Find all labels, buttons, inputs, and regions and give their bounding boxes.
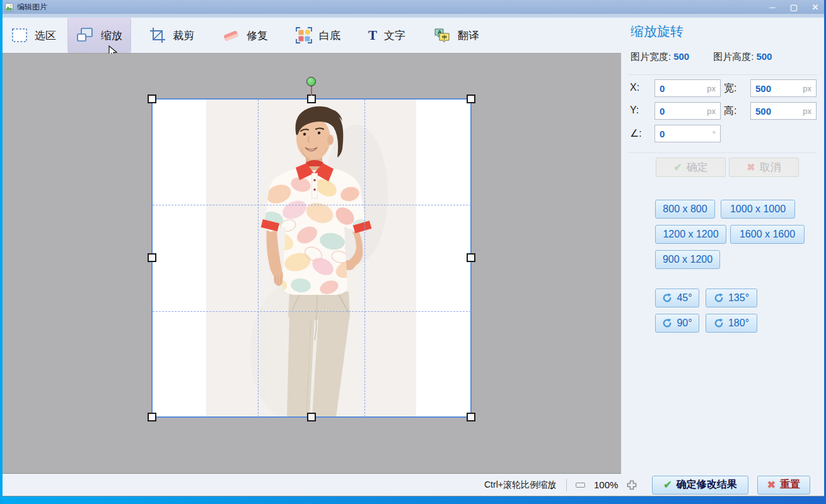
white-background-icon: [296, 27, 312, 43]
tool-select-label: 选区: [35, 28, 56, 43]
minimize-icon[interactable]: ─: [762, 0, 783, 14]
x-label: X:: [630, 82, 639, 93]
resize-handle-bottom-left[interactable]: [148, 413, 156, 421]
tool-repair-button[interactable]: 修复: [208, 18, 282, 53]
preset-1000x1000-button[interactable]: 1000 x 1000: [721, 200, 795, 219]
window-title: 编辑图片: [17, 2, 47, 13]
resize-handle-top-right[interactable]: [467, 94, 475, 103]
scale-icon: [76, 27, 94, 43]
zoom-level: 100%: [594, 479, 618, 490]
rotate-icon: [714, 318, 724, 328]
rotate-45-button[interactable]: 45°: [655, 289, 699, 307]
cross-icon: ✖: [747, 161, 755, 173]
tool-translate-button[interactable]: A 中 翻译: [419, 18, 493, 53]
zoom-hint-text: Ctrl+滚轮比例缩放: [484, 479, 556, 491]
grid-line-vertical: [258, 100, 259, 417]
rotate-icon: [662, 318, 672, 328]
panel-title: 缩放旋转: [631, 23, 683, 40]
toolbar-divider: [131, 19, 131, 52]
titlebar: 编辑图片 ─ ▢ ✕: [0, 0, 826, 14]
tool-crop-label: 裁剪: [173, 28, 194, 43]
separator: [627, 152, 817, 153]
photo-content: [206, 100, 416, 417]
tool-crop-button[interactable]: 裁剪: [136, 18, 208, 53]
tool-scale-label: 缩放: [101, 28, 122, 43]
image-width-value: 500: [673, 51, 689, 63]
rotate-135-button[interactable]: 135°: [706, 289, 757, 307]
rotate-handle[interactable]: [306, 77, 316, 86]
grid-line-horizontal: [153, 311, 471, 312]
width-input[interactable]: 500 px: [750, 79, 817, 97]
confirm-label: 确定: [687, 160, 708, 175]
man-in-floral-polo-photo: [206, 100, 416, 417]
angle-label: ∠:: [630, 127, 642, 139]
selection-icon: [11, 28, 28, 43]
translate-icon: A 中: [433, 27, 451, 44]
rotate-handle-line: [311, 86, 312, 96]
resize-handle-top-left[interactable]: [148, 94, 156, 103]
zoom-in-icon[interactable]: [627, 480, 637, 490]
window-left-edge: [0, 0, 3, 504]
preset-1600x1600-button[interactable]: 1600 x 1600: [730, 225, 805, 244]
angle-input[interactable]: 0 °: [654, 125, 721, 142]
text-tool-icon: T: [368, 28, 377, 43]
resize-handle-middle-right[interactable]: [467, 253, 475, 262]
resize-handle-top-center[interactable]: [307, 94, 316, 103]
crop-icon: [149, 27, 166, 43]
scale-rotate-panel: 缩放旋转 图片宽度: 500 图片高度: 500 X: 0 px 宽: 500 …: [621, 18, 824, 474]
tool-text-button[interactable]: T 文字: [354, 18, 419, 53]
image-dimensions-info: 图片宽度: 500 图片高度: 500: [631, 51, 772, 63]
cross-icon: ✖: [767, 479, 776, 491]
width-label: 宽:: [724, 82, 736, 95]
grid-line-horizontal: [153, 205, 471, 205]
rotate-icon: [662, 293, 672, 303]
separator: [627, 74, 817, 75]
image-height-value: 500: [756, 51, 772, 63]
edited-image[interactable]: [153, 100, 471, 417]
confirm-button[interactable]: ✔ 确定: [656, 158, 726, 177]
apply-changes-button[interactable]: ✔ 确定修改结果: [652, 476, 748, 495]
resize-handle-middle-left[interactable]: [148, 253, 156, 262]
x-input[interactable]: 0 px: [654, 79, 721, 97]
tool-translate-label: 翻译: [458, 28, 479, 43]
maximize-icon[interactable]: ▢: [783, 0, 805, 14]
preset-1200x1200-button[interactable]: 1200 x 1200: [655, 225, 726, 244]
eraser-icon: [222, 28, 240, 43]
y-label: Y:: [630, 105, 639, 116]
cancel-label: 取消: [760, 160, 781, 175]
close-icon[interactable]: ✕: [805, 0, 826, 14]
height-label: 高:: [724, 105, 736, 118]
tool-whitebg-button[interactable]: 白底: [282, 18, 354, 53]
rotate-icon: [714, 293, 724, 303]
y-input[interactable]: 0 px: [654, 102, 721, 120]
tool-whitebg-label: 白底: [319, 28, 340, 43]
apply-changes-label: 确定修改结果: [677, 478, 737, 491]
divider: [566, 479, 567, 491]
tool-select-button[interactable]: 选区: [0, 18, 67, 53]
tool-text-label: 文字: [384, 28, 405, 43]
preset-800x800-button[interactable]: 800 x 800: [655, 200, 715, 219]
image-width-label: 图片宽度:: [631, 51, 671, 63]
reset-label: 重置: [780, 478, 800, 491]
preset-900x1200-button[interactable]: 900 x 1200: [655, 250, 720, 269]
height-input[interactable]: 500 px: [750, 102, 817, 120]
resize-handle-bottom-right[interactable]: [467, 413, 475, 421]
resize-handle-bottom-center[interactable]: [307, 413, 316, 421]
toolbar: 选区 缩放 裁剪 修复: [0, 18, 621, 54]
grid-line-vertical: [364, 100, 365, 417]
zoom-out-icon[interactable]: [576, 483, 585, 488]
rotate-90-button[interactable]: 90°: [655, 314, 699, 333]
window-bottom-edge: [0, 496, 826, 504]
image-height-label: 图片高度:: [713, 51, 753, 63]
check-icon: ✔: [673, 161, 682, 173]
cancel-button[interactable]: ✖ 取消: [729, 158, 799, 177]
rotate-180-button[interactable]: 180°: [706, 314, 757, 333]
tool-repair-label: 修复: [247, 28, 268, 43]
app-icon: [5, 3, 13, 11]
svg-text:中: 中: [442, 35, 447, 40]
check-icon: ✔: [663, 479, 672, 491]
statusbar: Ctrl+滚轮比例缩放 100% ✔ 确定修改结果 ✖ 重置: [0, 474, 826, 496]
reset-button[interactable]: ✖ 重置: [757, 476, 810, 495]
tool-scale-button[interactable]: 缩放: [68, 18, 131, 53]
